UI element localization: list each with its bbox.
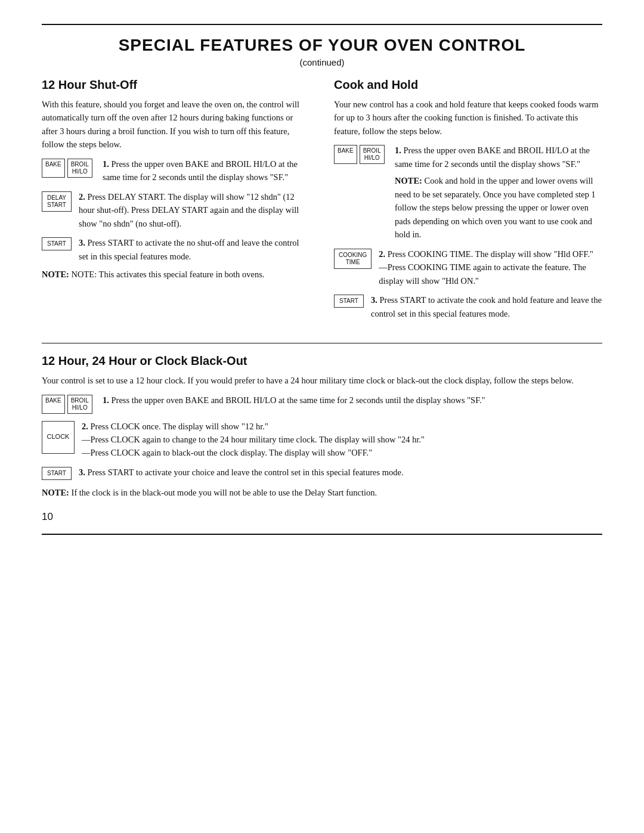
cookhold-step1-row: BAKE BROIL HI/LO 1. Press the upper oven… — [334, 144, 602, 241]
shutoff-intro: With this feature, should you forget and… — [42, 98, 310, 151]
two-column-section: 12 Hour Shut-Off With this feature, shou… — [42, 78, 602, 325]
cookhold-start-button[interactable]: START — [334, 295, 364, 308]
cookhold-step3-row: START 3. Press START to activate the coo… — [334, 293, 602, 320]
shutoff-step3-text: 3. Press START to activate the no shut-o… — [79, 236, 310, 263]
cookhold-note1: NOTE: Cook and hold in the upper and low… — [395, 174, 602, 241]
clock-clock-button[interactable]: CLOCK — [42, 421, 75, 454]
cookhold-broil-button[interactable]: BROIL HI/LO — [360, 145, 385, 164]
shutoff-step3-row: START 3. Press START to activate the no … — [42, 236, 310, 263]
clock-heading: 12 Hour, 24 Hour or Clock Black-Out — [42, 354, 602, 368]
cookhold-heading: Cook and Hold — [334, 78, 602, 92]
clock-step2-row: CLOCK 2. Press CLOCK once. The display w… — [42, 420, 602, 460]
clock-intro: Your control is set to use a 12 hour clo… — [42, 374, 602, 387]
cookhold-step2-text: 2. Press COOKING TIME. The display will … — [379, 247, 602, 287]
shutoff-bake-button[interactable]: BAKE — [42, 159, 65, 178]
clock-note: NOTE: If the clock is in the black-out m… — [42, 486, 602, 499]
cookhold-steps: BAKE BROIL HI/LO 1. Press the upper oven… — [334, 144, 602, 320]
shutoff-heading: 12 Hour Shut-Off — [42, 78, 310, 92]
clock-step2-text: 2. Press CLOCK once. The display will sh… — [82, 420, 602, 460]
shutoff-section: 12 Hour Shut-Off With this feature, shou… — [42, 78, 310, 325]
cookhold-step1-text: 1. Press the upper oven BAKE and BROIL H… — [395, 144, 602, 241]
shutoff-delay-button[interactable]: DELAY START — [42, 191, 72, 212]
shutoff-step1-row: BAKE BROIL HI/LO 1. Press the upper oven… — [42, 157, 310, 184]
clock-bake-button[interactable]: BAKE — [42, 395, 65, 414]
shutoff-step2-row: DELAY START 2. Press DELAY START. The di… — [42, 190, 310, 230]
cookhold-bake-button[interactable]: BAKE — [334, 145, 357, 164]
cookhold-step3-text: 3. Press START to activate the cook and … — [371, 293, 602, 320]
clock-step3-text: 3. Press START to activate your choice a… — [79, 466, 602, 479]
shutoff-broil-button[interactable]: BROIL HI/LO — [67, 159, 92, 178]
cookhold-intro: Your new control has a cook and hold fea… — [334, 98, 602, 138]
clock-step3-row: START 3. Press START to activate your ch… — [42, 466, 602, 480]
top-rule — [42, 24, 602, 25]
clock-section: 12 Hour, 24 Hour or Clock Black-Out Your… — [42, 354, 602, 499]
cookhold-cooking-button[interactable]: COOKING TIME — [334, 249, 371, 269]
page-number: 10 — [42, 511, 602, 523]
clock-btn-group1: BAKE BROIL HI/LO — [42, 395, 95, 414]
shutoff-start-button[interactable]: START — [42, 237, 72, 250]
shutoff-steps: BAKE BROIL HI/LO 1. Press the upper oven… — [42, 157, 310, 263]
shutoff-broil-line1: BROIL — [71, 161, 89, 168]
shutoff-step1-text: 1. Press the upper oven BAKE and BROIL H… — [103, 157, 310, 184]
clock-step1-text: 1. Press the upper oven BAKE and BROIL H… — [103, 394, 602, 407]
bottom-rule — [42, 534, 602, 535]
page-title: SPECIAL FEATURES OF YOUR OVEN CONTROL — [42, 36, 602, 55]
cookhold-btn-group1: BAKE BROIL HI/LO — [334, 145, 388, 164]
clock-start-button[interactable]: START — [42, 467, 72, 480]
cookhold-step2-row: COOKING TIME 2. Press COOKING TIME. The … — [334, 247, 602, 287]
clock-step1-row: BAKE BROIL HI/LO 1. Press the upper oven… — [42, 394, 602, 414]
shutoff-step2-text: 2. Press DELAY START. The display will s… — [79, 190, 310, 230]
page-subtitle: (continued) — [42, 57, 602, 67]
shutoff-note: NOTE: NOTE: This activates this special … — [42, 268, 310, 281]
clock-steps: BAKE BROIL HI/LO 1. Press the upper oven… — [42, 394, 602, 480]
clock-broil-button[interactable]: BROIL HI/LO — [67, 395, 92, 414]
shutoff-btn-group1: BAKE BROIL HI/LO — [42, 159, 95, 178]
shutoff-broil-line2: HI/LO — [72, 168, 88, 175]
cookhold-section: Cook and Hold Your new control has a coo… — [334, 78, 602, 325]
mid-rule — [42, 343, 602, 343]
